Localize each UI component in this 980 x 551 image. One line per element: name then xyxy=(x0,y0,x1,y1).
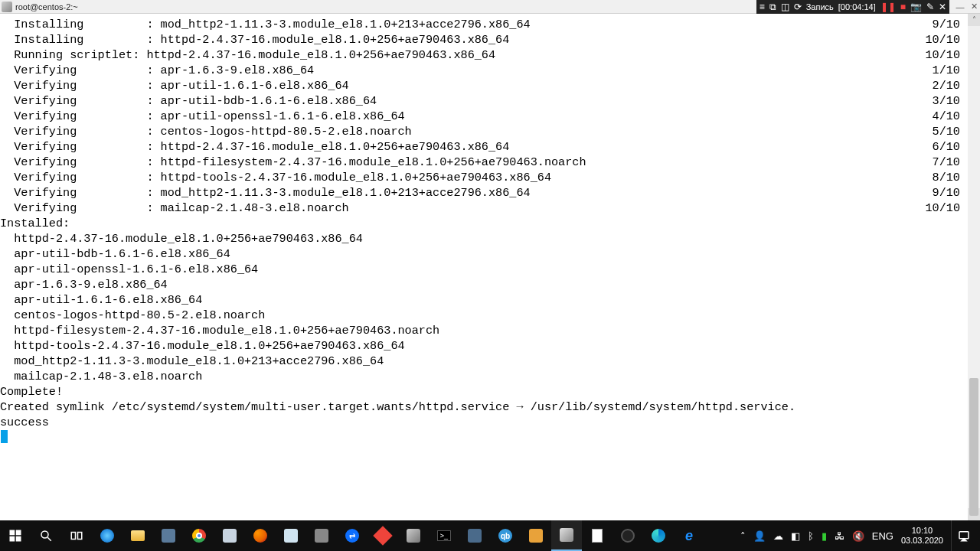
taskbar-app-anydesk[interactable] xyxy=(368,520,398,551)
windows-taskbar: ⇄ >_ qb e ˄ 👤 ☁ ◧ ᛒ ▮ 🖧 🔇 ENG 10:10 03.0… xyxy=(0,520,980,551)
taskbar-app-obs[interactable] xyxy=(612,520,643,551)
pencil-icon[interactable]: ✎ xyxy=(926,2,934,11)
window-titlebar: root@centos-2:~ ≡ ⧉ ◫ ⟳ Запись [00:04:14… xyxy=(0,0,980,14)
terminal-line: Verifying : httpd-2.4.37-16.module_el8.1… xyxy=(0,139,968,155)
taskbar-app-generic-5[interactable] xyxy=(459,520,490,551)
terminal-line: Verifying : apr-util-bdb-1.6.1-6.el8.x86… xyxy=(0,93,968,109)
terminal-line: Verifying : apr-util-1.6.1-6.el8.x86_642… xyxy=(0,78,968,93)
taskbar-app-notepad[interactable] xyxy=(582,520,612,551)
tray-onedrive-icon[interactable]: ☁ xyxy=(773,530,783,542)
taskbar-app-generic-2[interactable] xyxy=(214,520,245,551)
terminal-line: apr-util-bdb-1.6.1-6.el8.x86_64 xyxy=(0,246,968,262)
terminal-line: centos-logos-httpd-80.5-2.el8.noarch xyxy=(0,308,968,323)
taskbar-app-generic-6[interactable] xyxy=(521,520,551,551)
terminal-line: apr-util-1.6.1-6.el8.x86_64 xyxy=(0,292,968,308)
vertical-scrollbar[interactable]: ˄ ˅ xyxy=(968,14,980,520)
terminal-line: httpd-tools-2.4.37-16.module_el8.1.0+256… xyxy=(0,338,968,354)
taskbar-app-edge[interactable] xyxy=(643,520,674,551)
svg-rect-7 xyxy=(78,533,82,540)
tray-app-icon-1[interactable]: ◧ xyxy=(791,530,800,542)
scroll-track[interactable] xyxy=(968,26,980,508)
search-button[interactable] xyxy=(31,520,61,551)
svg-point-4 xyxy=(41,531,48,538)
recording-label: Запись xyxy=(806,2,834,11)
start-button[interactable] xyxy=(0,520,31,551)
close-recorder-icon[interactable]: ✕ xyxy=(939,2,946,11)
terminal-line: Verifying : apr-util-openssl-1.6.1-6.el8… xyxy=(0,109,968,124)
putty-icon xyxy=(2,2,12,12)
tray-people-icon[interactable]: 👤 xyxy=(753,530,766,542)
terminal-line: success xyxy=(0,415,968,430)
minimize-button[interactable]: — xyxy=(954,2,966,11)
terminal-area: Installing : mod_http2-1.11.3-3.module_e… xyxy=(0,14,980,520)
system-tray: ˄ 👤 ☁ ◧ ᛒ ▮ 🖧 🔇 ENG 10:10 03.03.2020 xyxy=(740,520,980,551)
tray-power-icon[interactable]: ▮ xyxy=(822,530,827,542)
svg-rect-3 xyxy=(16,536,21,542)
tray-volume-icon[interactable]: 🔇 xyxy=(852,530,864,542)
tray-time: 10:10 xyxy=(901,526,943,536)
taskbar-app-generic-3[interactable] xyxy=(276,520,306,551)
terminal-line: Installing : mod_http2-1.11.3-3.module_e… xyxy=(0,17,968,32)
tray-network-icon[interactable]: 🖧 xyxy=(835,530,844,542)
terminal-line: Verifying : mod_http2-1.11.3-3.module_el… xyxy=(0,185,968,201)
terminal-line: Verifying : apr-1.6.3-9.el8.x86_641/10 xyxy=(0,63,968,78)
tray-chevron-up-icon[interactable]: ˄ xyxy=(740,530,746,542)
camera-icon[interactable]: 📷 xyxy=(910,2,922,11)
refresh-icon[interactable]: ⟳ xyxy=(794,2,802,11)
taskbar-app-generic-4[interactable] xyxy=(306,520,337,551)
recording-time: [00:04:14] xyxy=(838,2,876,11)
terminal-line: apr-util-openssl-1.6.1-6.el8.x86_64 xyxy=(0,262,968,277)
taskbar-app-putty-active[interactable] xyxy=(551,520,582,551)
terminal-line: apr-1.6.3-9.el8.x86_64 xyxy=(0,277,968,292)
terminal-cursor-line xyxy=(0,430,968,443)
taskbar-app-chrome[interactable] xyxy=(184,520,214,551)
tray-date: 03.03.2020 xyxy=(901,536,943,546)
terminal-line: httpd-filesystem-2.4.37-16.module_el8.1.… xyxy=(0,323,968,338)
cursor xyxy=(1,430,8,443)
svg-rect-6 xyxy=(71,533,75,540)
taskbar-app-cmd[interactable]: >_ xyxy=(429,520,459,551)
notifications-button[interactable] xyxy=(951,520,975,551)
scroll-thumb[interactable] xyxy=(969,378,978,516)
taskbar-app-generic-1[interactable] xyxy=(153,520,184,551)
stop-icon[interactable]: ■ xyxy=(900,2,906,11)
task-view-button[interactable] xyxy=(61,520,92,551)
scroll-up-arrow[interactable]: ˄ xyxy=(968,14,980,26)
pause-icon[interactable]: ❚❚ xyxy=(880,2,896,11)
terminal-line: Complete! xyxy=(0,384,968,399)
terminal-line: Verifying : mailcap-2.1.48-3.el8.noarch1… xyxy=(0,201,968,216)
terminal-line: Installed: xyxy=(0,216,968,231)
svg-line-5 xyxy=(47,537,51,541)
taskbar-app-firefox[interactable] xyxy=(245,520,276,551)
taskbar-app-qbittorrent[interactable]: qb xyxy=(490,520,521,551)
terminal-line: mod_http2-1.11.3-3.module_el8.1.0+213+ac… xyxy=(0,354,968,369)
terminal-line: mailcap-2.1.48-3.el8.noarch xyxy=(0,369,968,384)
taskbar-app-putty-2[interactable] xyxy=(398,520,429,551)
tray-language[interactable]: ENG xyxy=(872,530,893,542)
terminal-line: Created symlink /etc/systemd/system/mult… xyxy=(0,399,968,415)
copy-icon[interactable]: ⧉ xyxy=(769,2,776,11)
recording-toolbar: ≡ ⧉ ◫ ⟳ Запись [00:04:14] ❚❚ ■ 📷 ✎ ✕ xyxy=(756,0,949,14)
tray-bluetooth-icon[interactable]: ᛒ xyxy=(808,530,814,542)
svg-rect-8 xyxy=(959,532,969,539)
crop-icon[interactable]: ◫ xyxy=(781,2,789,11)
taskbar-app-teamviewer[interactable]: ⇄ xyxy=(337,520,368,551)
terminal-output[interactable]: Installing : mod_http2-1.11.3-3.module_e… xyxy=(0,14,968,520)
tray-clock[interactable]: 10:10 03.03.2020 xyxy=(901,526,943,546)
window-buttons: — ✕ xyxy=(954,2,980,11)
terminal-line: httpd-2.4.37-16.module_el8.1.0+256+ae790… xyxy=(0,231,968,246)
taskbar-app-ie[interactable]: e xyxy=(674,520,704,551)
window-title: root@centos-2:~ xyxy=(15,2,78,11)
menu-icon[interactable]: ≡ xyxy=(760,2,765,11)
taskbar-app-explorer[interactable] xyxy=(122,520,153,551)
close-button[interactable]: ✕ xyxy=(968,2,980,11)
taskbar-app-browser[interactable] xyxy=(92,520,122,551)
svg-rect-0 xyxy=(10,530,15,536)
terminal-line: Verifying : httpd-tools-2.4.37-16.module… xyxy=(0,170,968,185)
terminal-line: Installing : httpd-2.4.37-16.module_el8.… xyxy=(0,32,968,47)
svg-rect-2 xyxy=(10,536,15,542)
svg-rect-1 xyxy=(16,530,21,536)
terminal-line: Verifying : centos-logos-httpd-80.5-2.el… xyxy=(0,124,968,139)
terminal-line: Running scriptlet: httpd-2.4.37-16.modul… xyxy=(0,47,968,63)
terminal-line: Verifying : httpd-filesystem-2.4.37-16.m… xyxy=(0,155,968,170)
